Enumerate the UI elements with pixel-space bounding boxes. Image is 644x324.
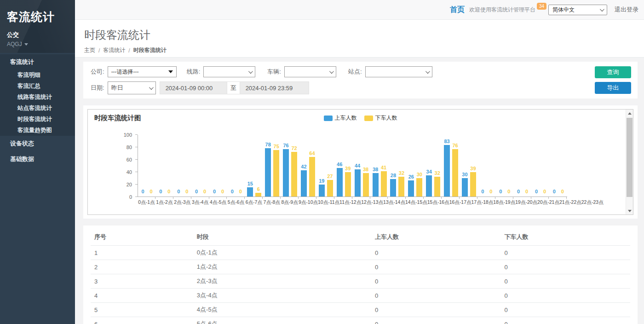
y-tick-label: 80 bbox=[126, 145, 132, 150]
x-tickmark bbox=[316, 197, 334, 199]
bar-group: 7672 bbox=[281, 134, 299, 197]
legend-item-上车人数[interactable]: 上车人数 bbox=[324, 114, 357, 122]
bar-group: 00 bbox=[514, 134, 532, 197]
bar-group: 00 bbox=[210, 134, 228, 197]
bar-value-label: 0 bbox=[543, 189, 546, 194]
org-code-dropdown[interactable]: AQGJ bbox=[7, 41, 75, 47]
x-axis-label: 4点-5点 bbox=[209, 199, 227, 206]
bar-value-label: 0 bbox=[159, 189, 162, 194]
bar-column: 34 bbox=[426, 169, 432, 197]
x-axis-label-text: 14点-15点 bbox=[405, 199, 427, 206]
x-tickmark bbox=[245, 197, 263, 199]
bar-group: 156 bbox=[245, 134, 263, 197]
x-axis-label: 14点-15点 bbox=[405, 199, 427, 206]
table-header-下车人数: 下车人数 bbox=[500, 228, 630, 246]
triangle-down-icon bbox=[168, 70, 173, 73]
bar-group: 2630 bbox=[406, 134, 424, 197]
app-title: 客流统计 bbox=[7, 9, 75, 24]
bar bbox=[470, 172, 476, 197]
x-axis-label: 2点-3点 bbox=[173, 199, 191, 206]
bar-column: 0 bbox=[140, 189, 146, 197]
bar-column: 30 bbox=[416, 172, 422, 197]
query-button[interactable]: 查询 bbox=[595, 66, 631, 78]
bar-column: 76 bbox=[452, 143, 458, 197]
vehicle-select[interactable] bbox=[284, 66, 336, 77]
main-area: 首页 欢迎使用客流统计管理平台 34 简体中文 退出登录 时段客流统计 主页 /… bbox=[75, 0, 644, 324]
topbar: 首页 欢迎使用客流统计管理平台 34 简体中文 退出登录 bbox=[75, 0, 644, 20]
sidebar-item-设备状态[interactable]: 设备状态 bbox=[0, 136, 75, 151]
date-to-input[interactable]: 2024-01-09 23:59 bbox=[240, 81, 309, 94]
y-tick-label: 100 bbox=[124, 133, 132, 137]
x-tickmark bbox=[495, 197, 513, 199]
sidebar-item-客流统计[interactable]: 客流统计 bbox=[0, 54, 75, 69]
legend-item-下车人数[interactable]: 下车人数 bbox=[364, 114, 397, 122]
home-link[interactable]: 首页 bbox=[450, 5, 465, 15]
bar-column: 0 bbox=[506, 189, 512, 197]
table-row: 43点-4点00 bbox=[91, 289, 630, 303]
bar bbox=[319, 185, 325, 197]
scrollbar-up-button[interactable] bbox=[626, 110, 633, 117]
bar-column: 72 bbox=[291, 146, 297, 197]
legend-swatch-icon bbox=[324, 116, 333, 121]
x-axis-label-text: 7点-8点 bbox=[264, 199, 280, 206]
chart-panel: 时段车流统计图 上车人数下车人数 020406080100 0000000000… bbox=[83, 105, 638, 219]
bar-group: 00 bbox=[532, 134, 550, 197]
bar-value-label: 28 bbox=[391, 173, 396, 178]
x-axis-label: 3点-4点 bbox=[191, 199, 209, 206]
chart-legend: 上车人数下车人数 bbox=[324, 114, 397, 122]
sidebar-subitem-客流汇总[interactable]: 客流汇总 bbox=[0, 81, 75, 92]
company-select[interactable]: ---请选择--- bbox=[108, 66, 177, 77]
bar-column: 76 bbox=[283, 143, 289, 197]
bar-value-label: 32 bbox=[399, 171, 404, 176]
bar-value-label: 19 bbox=[319, 179, 324, 184]
x-axis-label-text: 11点-12点 bbox=[339, 199, 361, 206]
bar-column: 28 bbox=[390, 173, 396, 197]
bar-value-label: 26 bbox=[408, 174, 414, 179]
sidebar-item-基础数据[interactable]: 基础数据 bbox=[0, 151, 75, 167]
export-button[interactable]: 导出 bbox=[595, 82, 631, 94]
sidebar-subitem-客流量趋势图[interactable]: 客流量趋势图 bbox=[0, 125, 75, 136]
x-axis-labels: 0点-1点1点-2点2点-3点3点-4点4点-5点5点-6点6点-7点7点-8点… bbox=[138, 199, 567, 206]
table-cell: 2点-3点 bbox=[193, 274, 371, 289]
sidebar-subitem-线路客流统计[interactable]: 线路客流统计 bbox=[0, 92, 75, 103]
breadcrumb-home[interactable]: 主页 bbox=[84, 46, 95, 54]
x-axis-label-text: 8点-9点 bbox=[281, 199, 298, 206]
table-cell: 0 bbox=[371, 246, 501, 260]
bar-group: 00 bbox=[138, 134, 156, 197]
y-tick-label: 60 bbox=[126, 157, 132, 162]
logout-link[interactable]: 退出登录 bbox=[615, 6, 638, 14]
bar-value-label: 34 bbox=[426, 169, 432, 174]
sidebar-subitem-客流明细[interactable]: 客流明细 bbox=[0, 69, 75, 81]
sidebar-subitem-站点客流统计[interactable]: 站点客流统计 bbox=[0, 103, 75, 114]
bar-value-label: 39 bbox=[470, 166, 476, 171]
breadcrumb-parent[interactable]: 客流统计 bbox=[103, 46, 125, 54]
scrollbar-down-button[interactable] bbox=[626, 207, 633, 214]
language-select[interactable]: 简体中文 bbox=[548, 5, 607, 15]
x-axis-label: 16点-17点 bbox=[449, 199, 472, 206]
table-cell: 0 bbox=[500, 289, 630, 303]
bar-column: 42 bbox=[301, 164, 307, 197]
bar-column: 0 bbox=[237, 189, 243, 197]
sidebar-subitem-时段客流统计[interactable]: 时段客流统计 bbox=[0, 114, 75, 125]
date-preset-select[interactable]: 昨日 bbox=[108, 81, 156, 94]
x-axis-label: 7点-8点 bbox=[263, 199, 281, 206]
scrollbar-thumb[interactable] bbox=[627, 118, 632, 197]
bar-column: 46 bbox=[337, 162, 343, 197]
bar-column: 44 bbox=[355, 163, 361, 197]
x-tickmark bbox=[460, 197, 477, 199]
bar bbox=[291, 152, 297, 197]
bar-value-label: 0 bbox=[195, 189, 198, 194]
welcome-text: 欢迎使用客流统计管理平台 bbox=[469, 6, 535, 14]
y-tickmark bbox=[135, 147, 138, 147]
date-from-input[interactable]: 2024-01-09 00:00 bbox=[160, 81, 227, 94]
bar-value-label: 42 bbox=[301, 164, 306, 169]
bar-column: 0 bbox=[551, 189, 557, 197]
breadcrumb-separator: / bbox=[98, 47, 100, 54]
filter-row-date: 日期: 昨日 2024-01-09 00:00 至 2024-01-09 23:… bbox=[91, 81, 630, 94]
station-select[interactable] bbox=[365, 66, 432, 77]
bar-column: 26 bbox=[408, 174, 414, 197]
bar-column: 0 bbox=[212, 189, 218, 197]
x-axis-label-text: 1点-2点 bbox=[156, 199, 172, 206]
line-select[interactable] bbox=[203, 66, 255, 77]
table-cell: 4点-5点 bbox=[193, 303, 371, 317]
